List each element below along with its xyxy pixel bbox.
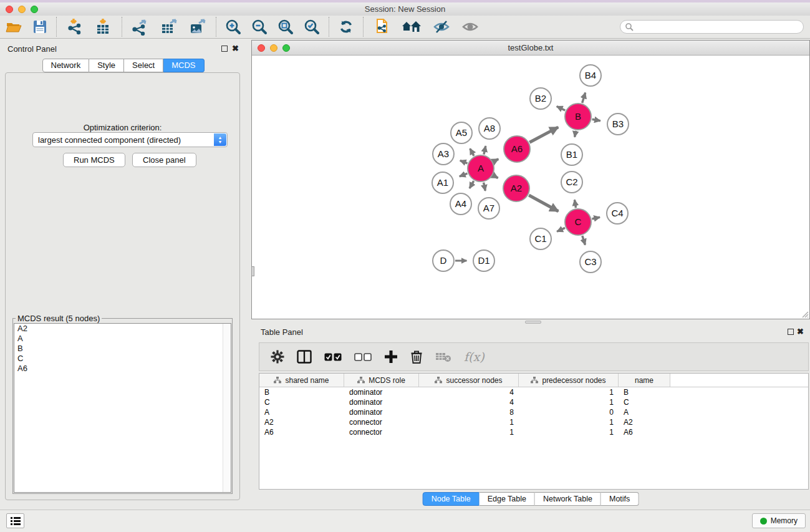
mcds-result-item[interactable]: B — [14, 344, 231, 354]
edge-C-C3[interactable] — [582, 236, 586, 245]
tab-style[interactable]: Style — [89, 59, 124, 72]
network-window-titlebar[interactable]: testGlobe.txt — [252, 41, 809, 56]
zoom-out-button[interactable] — [246, 16, 272, 37]
tab-mcds[interactable]: MCDS — [163, 59, 204, 72]
column-header-predecessor-nodes[interactable]: predecessor nodes — [519, 374, 619, 387]
scrollbar-track[interactable] — [223, 324, 231, 492]
table-cell[interactable]: A — [259, 407, 344, 417]
horizontal-splitter-handle[interactable] — [525, 321, 541, 324]
table-cell[interactable]: B — [619, 387, 670, 397]
search-input[interactable] — [620, 20, 804, 34]
import-network-button[interactable] — [60, 16, 89, 37]
edge-B-B2[interactable] — [557, 106, 565, 110]
save-session-button[interactable] — [27, 16, 52, 37]
run-mcds-button[interactable]: Run MCDS — [63, 153, 125, 167]
mcds-result-item[interactable]: C — [14, 354, 231, 364]
table-row[interactable]: A2connector11A2 — [259, 417, 808, 427]
edge-A-A5[interactable] — [470, 148, 474, 156]
table-cell[interactable]: A6 — [259, 427, 344, 437]
split-panel-button[interactable] — [297, 350, 312, 364]
column-header-successor-nodes[interactable]: successor nodes — [419, 374, 519, 387]
edge-A-A4[interactable] — [470, 181, 474, 188]
table-cell[interactable]: B — [259, 387, 344, 397]
column-header-MCDS-role[interactable]: MCDS role — [344, 374, 419, 387]
table-row[interactable]: Adominator80A — [259, 407, 808, 417]
table-cell[interactable]: dominator — [344, 407, 419, 417]
table-cell[interactable]: 1 — [519, 397, 619, 407]
float-panel-icon[interactable] — [221, 46, 228, 52]
edge-A-A6[interactable] — [493, 159, 498, 162]
export-table-button[interactable] — [155, 16, 183, 37]
table-cell[interactable]: A — [619, 407, 670, 417]
table-cell[interactable]: C — [259, 397, 344, 407]
table-row[interactable]: Cdominator41C — [259, 397, 808, 407]
memory-button[interactable]: Memory — [752, 513, 806, 528]
mcds-result-list[interactable]: A2ABCA6 — [14, 323, 231, 493]
edge-C-C1[interactable] — [557, 228, 565, 231]
table-cell[interactable]: 1 — [419, 417, 519, 427]
export-network-button[interactable] — [126, 16, 155, 37]
mcds-result-item[interactable]: A — [14, 334, 231, 344]
table-cell[interactable]: 0 — [519, 407, 619, 417]
table-cell[interactable]: 8 — [419, 407, 519, 417]
tab-network[interactable]: Network — [42, 59, 89, 72]
export-image-button[interactable] — [183, 16, 212, 37]
mcds-result-item[interactable]: A2 — [14, 324, 231, 334]
edge-A-A1[interactable] — [460, 173, 468, 177]
zoom-selected-button[interactable] — [299, 16, 325, 37]
edge-A-A7[interactable] — [484, 183, 486, 191]
delete-column-button[interactable] — [410, 350, 423, 364]
splitter-handle[interactable] — [251, 266, 254, 276]
float-table-panel-icon[interactable] — [788, 329, 794, 335]
show-graphics-details-button[interactable] — [456, 16, 485, 37]
table-cell[interactable]: 1 — [419, 427, 519, 437]
table-cell[interactable]: A2 — [259, 417, 344, 427]
edge-B-B3[interactable] — [592, 119, 600, 120]
close-panel-icon[interactable]: ✖ — [232, 44, 239, 53]
edge-B-B1[interactable] — [575, 131, 576, 137]
select-all-checkboxes-button[interactable] — [324, 353, 342, 361]
table-cell[interactable]: C — [619, 397, 670, 407]
table-cell[interactable]: dominator — [344, 397, 419, 407]
mcds-result-item[interactable]: A6 — [14, 364, 231, 374]
table-settings-button[interactable] — [271, 350, 284, 364]
table-cell[interactable]: 4 — [419, 387, 519, 397]
edge-A-A2[interactable] — [493, 175, 498, 178]
table-cell[interactable]: 1 — [519, 427, 619, 437]
table-row[interactable]: A6connector11A6 — [259, 427, 808, 437]
edge-C-C4[interactable] — [592, 217, 600, 219]
open-session-button[interactable] — [0, 16, 27, 37]
table-cell[interactable]: connector — [344, 417, 419, 427]
resize-grip-icon[interactable] — [800, 309, 809, 318]
import-table-button[interactable] — [89, 16, 118, 37]
edge-A-A8[interactable] — [484, 146, 486, 154]
deselect-all-checkboxes-button[interactable] — [354, 353, 372, 361]
table-row[interactable]: Bdominator41B — [259, 387, 808, 397]
edge-A2-C[interactable] — [529, 195, 558, 211]
node-table[interactable]: shared nameMCDS rolesuccessor nodesprede… — [259, 373, 809, 490]
table-cell[interactable]: connector — [344, 427, 419, 437]
home-layout-button[interactable] — [396, 16, 427, 37]
delete-table-button[interactable] — [435, 351, 451, 362]
new-network-from-file-button[interactable] — [367, 16, 396, 37]
optimization-criterion-select[interactable]: largest connected component (directed) ▲… — [32, 132, 228, 147]
edge-C-C2[interactable] — [574, 200, 576, 208]
column-header-name[interactable]: name — [619, 374, 670, 387]
tab-network-table[interactable]: Network Table — [535, 492, 601, 506]
table-cell[interactable]: 4 — [419, 397, 519, 407]
edge-B-B4[interactable] — [582, 92, 586, 103]
table-cell[interactable]: A2 — [619, 417, 670, 427]
tab-motifs[interactable]: Motifs — [601, 492, 639, 506]
tab-edge-table[interactable]: Edge Table — [480, 492, 535, 506]
network-graph[interactable]: B4B2BB3A8A5A6A3B1AA1C2A2A4A7C4CC1C3DD1 — [252, 56, 809, 319]
refresh-view-button[interactable] — [333, 16, 359, 37]
table-cell[interactable]: dominator — [344, 387, 419, 397]
column-header-shared-name[interactable]: shared name — [259, 374, 344, 387]
hide-graphics-details-button[interactable] — [427, 16, 456, 37]
zoom-in-button[interactable] — [220, 16, 246, 37]
table-cell[interactable]: 1 — [519, 387, 619, 397]
zoom-fit-button[interactable] — [272, 16, 299, 37]
task-history-button[interactable] — [6, 513, 24, 528]
network-canvas[interactable]: B4B2BB3A8A5A6A3B1AA1C2A2A4A7C4CC1C3DD1 — [252, 56, 809, 319]
tab-node-table[interactable]: Node Table — [423, 492, 480, 506]
